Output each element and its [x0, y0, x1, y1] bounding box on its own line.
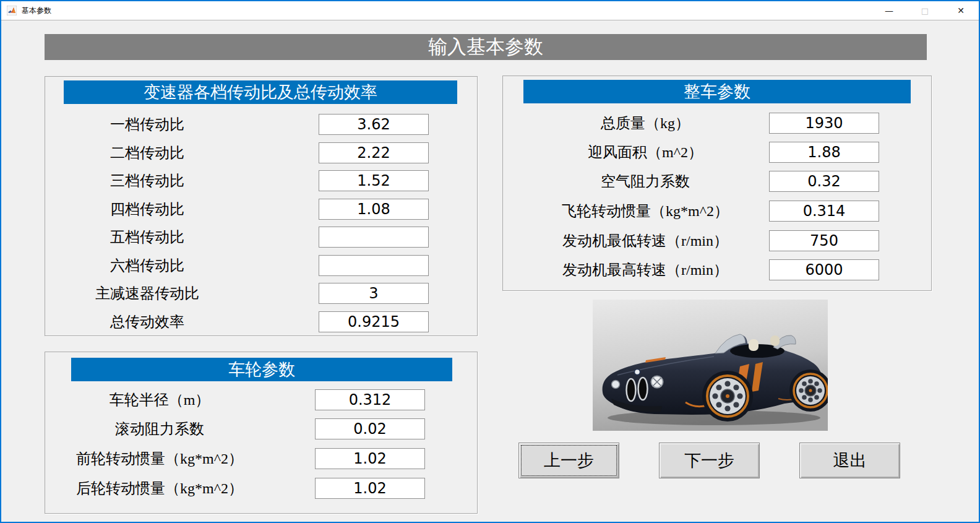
field-row: 前轮转动惯量（kg*m^2）: [45, 448, 477, 469]
gear3-ratio-input[interactable]: [319, 170, 429, 191]
field-row: 空气阻力系数: [503, 171, 931, 192]
max-engine-speed-label: 发动机最高转速（r/min）: [515, 259, 775, 280]
gear2-ratio-input[interactable]: [319, 142, 429, 163]
field-row: 四档传动比: [45, 199, 477, 220]
gear6-ratio-label: 六档传动比: [58, 255, 237, 276]
panel-vehicle: 整车参数 总质量（kg） 迎风面积（m^2） 空气阻力系数 飞轮转动惯量（kg*…: [502, 76, 932, 291]
field-row: 总传动效率: [45, 311, 477, 332]
panel-wheel: 车轮参数 车轮半径（m） 滚动阻力系数 前轮转动惯量（kg*m^2） 后轮转动惯…: [45, 352, 478, 514]
rear-wheel-inertia-label: 后轮转动惯量（kg*m^2）: [58, 478, 262, 499]
close-icon[interactable]: ✕: [943, 1, 979, 20]
matlab-app-icon: [7, 6, 17, 15]
wheel-radius-input[interactable]: [315, 389, 425, 410]
min-engine-speed-label: 发动机最低转速（r/min）: [515, 230, 775, 251]
drag-coefficient-input[interactable]: [769, 171, 879, 192]
gear1-ratio-label: 一档传动比: [58, 114, 237, 135]
front-wheel-inertia-label: 前轮转动惯量（kg*m^2）: [58, 448, 262, 469]
rear-wheel-inertia-input[interactable]: [315, 478, 425, 499]
efficiency-input[interactable]: [319, 311, 429, 332]
field-row: 主减速器传动比: [45, 283, 477, 304]
gear5-ratio-input[interactable]: [319, 227, 429, 248]
page-title: 输入基本参数: [45, 34, 927, 60]
next-step-button[interactable]: 下一步: [659, 443, 760, 478]
gear4-ratio-label: 四档传动比: [58, 199, 237, 220]
panel-transmission-header: 变速器各档传动比及总传动效率: [64, 80, 457, 104]
gear3-ratio-label: 三档传动比: [58, 170, 237, 191]
wheel-radius-label: 车轮半径（m）: [58, 389, 262, 410]
field-row: 六档传动比: [45, 255, 477, 276]
window-title: 基本参数: [22, 6, 51, 16]
mass-label: 总质量（kg）: [515, 113, 775, 134]
frontal-area-input[interactable]: [769, 142, 879, 163]
gear1-ratio-input[interactable]: [319, 114, 429, 135]
field-row: 迎风面积（m^2）: [503, 142, 931, 163]
final-drive-ratio-input[interactable]: [319, 283, 429, 304]
efficiency-label: 总传动效率: [58, 311, 237, 332]
field-row: 飞轮转动惯量（kg*m^2）: [503, 201, 931, 222]
gear4-ratio-input[interactable]: [319, 199, 429, 220]
drag-coefficient-label: 空气阻力系数: [515, 171, 775, 192]
field-row: 发动机最低转速（r/min）: [503, 230, 931, 251]
rolling-resistance-label: 滚动阻力系数: [58, 418, 262, 439]
field-row: 三档传动比: [45, 170, 477, 191]
field-row: 发动机最高转速（r/min）: [503, 259, 931, 280]
panel-transmission: 变速器各档传动比及总传动效率 一档传动比 二档传动比 三档传动比 四档传动比 五…: [45, 76, 478, 336]
mass-input[interactable]: [769, 113, 879, 134]
flywheel-inertia-input[interactable]: [769, 201, 879, 222]
field-row: 二档传动比: [45, 142, 477, 163]
gear6-ratio-input[interactable]: [319, 255, 429, 276]
panel-vehicle-header: 整车参数: [523, 80, 911, 103]
field-row: 车轮半径（m）: [45, 389, 477, 410]
field-row: 滚动阻力系数: [45, 418, 477, 439]
title-bar: 基本参数 — □ ✕: [1, 1, 979, 20]
app-window: 基本参数 — □ ✕ 输入基本参数 变速器各档传动比及总传动效率 一档传动比 二…: [0, 0, 980, 523]
frontal-area-label: 迎风面积（m^2）: [515, 142, 775, 163]
field-row: 五档传动比: [45, 227, 477, 248]
max-engine-speed-input[interactable]: [769, 259, 879, 280]
flywheel-inertia-label: 飞轮转动惯量（kg*m^2）: [515, 201, 775, 222]
maximize-icon[interactable]: □: [907, 1, 943, 20]
gear2-ratio-label: 二档传动比: [58, 142, 237, 163]
field-row: 一档传动比: [45, 114, 477, 135]
window-controls: — □ ✕: [871, 1, 979, 20]
form-area: 输入基本参数 变速器各档传动比及总传动效率 一档传动比 二档传动比 三档传动比 …: [1, 20, 979, 522]
rolling-resistance-input[interactable]: [315, 418, 425, 439]
front-wheel-inertia-input[interactable]: [315, 448, 425, 469]
field-row: 后轮转动惯量（kg*m^2）: [45, 478, 477, 499]
final-drive-ratio-label: 主减速器传动比: [58, 283, 237, 304]
gear5-ratio-label: 五档传动比: [58, 227, 237, 248]
prev-step-button[interactable]: 上一步: [518, 443, 619, 478]
min-engine-speed-input[interactable]: [769, 230, 879, 251]
panel-wheel-header: 车轮参数: [71, 358, 452, 381]
minimize-icon[interactable]: —: [871, 1, 907, 20]
exit-button[interactable]: 退出: [799, 443, 900, 478]
field-row: 总质量（kg）: [503, 113, 931, 134]
car-image: [593, 300, 828, 431]
